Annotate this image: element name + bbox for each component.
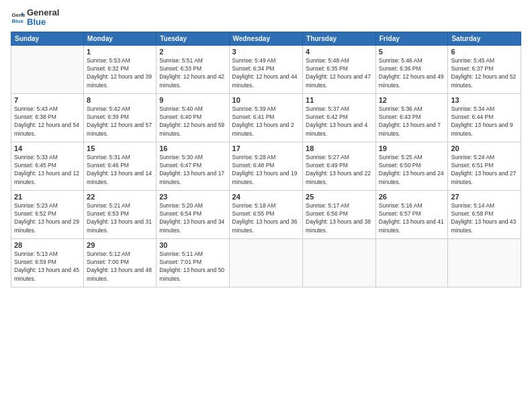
calendar-cell: 18Sunrise: 5:27 AM Sunset: 6:49 PM Dayli… xyxy=(303,142,376,190)
day-info: Sunrise: 5:34 AM Sunset: 6:44 PM Dayligh… xyxy=(451,105,518,138)
day-info: Sunrise: 5:42 AM Sunset: 6:39 PM Dayligh… xyxy=(87,105,153,138)
day-info: Sunrise: 5:25 AM Sunset: 6:50 PM Dayligh… xyxy=(379,153,445,186)
calendar-cell: 11Sunrise: 5:37 AM Sunset: 6:42 PM Dayli… xyxy=(303,93,376,142)
calendar-cell: 22Sunrise: 5:21 AM Sunset: 6:53 PM Dayli… xyxy=(84,190,157,238)
day-info: Sunrise: 5:31 AM Sunset: 6:46 PM Dayligh… xyxy=(87,153,153,186)
calendar-cell: 16Sunrise: 5:30 AM Sunset: 6:47 PM Dayli… xyxy=(157,142,229,190)
day-info: Sunrise: 5:24 AM Sunset: 6:51 PM Dayligh… xyxy=(451,153,518,186)
calendar-cell: 3Sunrise: 5:49 AM Sunset: 6:34 PM Daylig… xyxy=(229,45,302,93)
weekday-header-saturday: Saturday xyxy=(448,32,521,45)
calendar-cell: 25Sunrise: 5:17 AM Sunset: 6:56 PM Dayli… xyxy=(303,190,376,238)
day-number: 2 xyxy=(159,48,226,56)
day-number: 11 xyxy=(306,96,373,104)
day-info: Sunrise: 5:36 AM Sunset: 6:43 PM Dayligh… xyxy=(379,105,445,138)
calendar-cell xyxy=(303,238,376,287)
calendar-cell: 23Sunrise: 5:20 AM Sunset: 6:54 PM Dayli… xyxy=(157,190,229,238)
day-number: 6 xyxy=(451,48,518,56)
calendar-cell: 4Sunrise: 5:48 AM Sunset: 6:35 PM Daylig… xyxy=(303,45,376,93)
weekday-header-monday: Monday xyxy=(84,32,157,45)
calendar-cell: 10Sunrise: 5:39 AM Sunset: 6:41 PM Dayli… xyxy=(229,93,302,142)
day-info: Sunrise: 5:45 AM Sunset: 6:37 PM Dayligh… xyxy=(451,56,518,89)
calendar-cell: 30Sunrise: 5:11 AM Sunset: 7:01 PM Dayli… xyxy=(157,238,229,287)
calendar-table: SundayMondayTuesdayWednesdayThursdayFrid… xyxy=(11,32,521,287)
calendar-cell: 26Sunrise: 5:16 AM Sunset: 6:57 PM Dayli… xyxy=(375,190,448,238)
day-number: 13 xyxy=(451,96,518,104)
calendar-cell: 13Sunrise: 5:34 AM Sunset: 6:44 PM Dayli… xyxy=(448,93,521,142)
calendar-cell: 28Sunrise: 5:13 AM Sunset: 6:59 PM Dayli… xyxy=(11,238,84,287)
calendar-cell xyxy=(448,238,521,287)
day-number: 29 xyxy=(87,241,153,249)
calendar-cell: 27Sunrise: 5:14 AM Sunset: 6:58 PM Dayli… xyxy=(448,190,521,238)
day-number: 1 xyxy=(87,48,153,56)
day-number: 4 xyxy=(306,48,373,56)
calendar-cell: 12Sunrise: 5:36 AM Sunset: 6:43 PM Dayli… xyxy=(375,93,448,142)
day-info: Sunrise: 5:20 AM Sunset: 6:54 PM Dayligh… xyxy=(159,201,226,234)
day-info: Sunrise: 5:13 AM Sunset: 6:59 PM Dayligh… xyxy=(14,250,81,283)
day-info: Sunrise: 5:40 AM Sunset: 6:40 PM Dayligh… xyxy=(159,105,226,138)
day-info: Sunrise: 5:28 AM Sunset: 6:48 PM Dayligh… xyxy=(232,153,300,186)
logo: General Blue General Blue xyxy=(11,8,59,28)
day-info: Sunrise: 5:14 AM Sunset: 6:58 PM Dayligh… xyxy=(451,201,518,234)
logo-line2: Blue xyxy=(27,17,59,27)
day-info: Sunrise: 5:53 AM Sunset: 6:32 PM Dayligh… xyxy=(87,56,153,89)
day-number: 9 xyxy=(159,96,226,104)
day-info: Sunrise: 5:37 AM Sunset: 6:42 PM Dayligh… xyxy=(306,105,373,138)
calendar-cell: 20Sunrise: 5:24 AM Sunset: 6:51 PM Dayli… xyxy=(448,142,521,190)
day-number: 3 xyxy=(232,48,300,56)
calendar-cell: 5Sunrise: 5:46 AM Sunset: 6:36 PM Daylig… xyxy=(375,45,448,93)
day-number: 25 xyxy=(306,193,373,201)
day-number: 7 xyxy=(14,96,81,104)
calendar-cell xyxy=(11,45,84,93)
day-number: 19 xyxy=(379,144,445,152)
day-number: 8 xyxy=(87,96,153,104)
weekday-header-thursday: Thursday xyxy=(303,32,376,45)
day-info: Sunrise: 5:30 AM Sunset: 6:47 PM Dayligh… xyxy=(159,153,226,186)
day-number: 24 xyxy=(232,193,300,201)
day-info: Sunrise: 5:23 AM Sunset: 6:52 PM Dayligh… xyxy=(14,201,81,234)
day-info: Sunrise: 5:43 AM Sunset: 6:38 PM Dayligh… xyxy=(14,105,81,138)
day-info: Sunrise: 5:33 AM Sunset: 6:45 PM Dayligh… xyxy=(14,153,81,186)
calendar-cell: 14Sunrise: 5:33 AM Sunset: 6:45 PM Dayli… xyxy=(11,142,84,190)
calendar-cell: 6Sunrise: 5:45 AM Sunset: 6:37 PM Daylig… xyxy=(448,45,521,93)
calendar-cell: 1Sunrise: 5:53 AM Sunset: 6:32 PM Daylig… xyxy=(84,45,157,93)
day-info: Sunrise: 5:18 AM Sunset: 6:55 PM Dayligh… xyxy=(232,201,300,234)
day-number: 30 xyxy=(159,241,226,249)
weekday-header-wednesday: Wednesday xyxy=(229,32,302,45)
day-number: 28 xyxy=(14,241,81,249)
day-number: 17 xyxy=(232,144,300,152)
day-info: Sunrise: 5:11 AM Sunset: 7:01 PM Dayligh… xyxy=(159,250,226,283)
logo-line1: General xyxy=(27,8,59,17)
weekday-header-friday: Friday xyxy=(375,32,448,45)
day-number: 27 xyxy=(451,193,518,201)
day-number: 20 xyxy=(451,144,518,152)
day-info: Sunrise: 5:17 AM Sunset: 6:56 PM Dayligh… xyxy=(306,201,373,234)
weekday-header-sunday: Sunday xyxy=(11,32,84,45)
day-number: 23 xyxy=(159,193,226,201)
day-info: Sunrise: 5:12 AM Sunset: 7:00 PM Dayligh… xyxy=(87,250,153,283)
day-info: Sunrise: 5:48 AM Sunset: 6:35 PM Dayligh… xyxy=(306,56,373,89)
day-number: 26 xyxy=(379,193,445,201)
day-number: 22 xyxy=(87,193,153,201)
day-number: 18 xyxy=(306,144,373,152)
day-info: Sunrise: 5:16 AM Sunset: 6:57 PM Dayligh… xyxy=(379,201,445,234)
calendar-cell: 2Sunrise: 5:51 AM Sunset: 6:33 PM Daylig… xyxy=(157,45,229,93)
day-number: 14 xyxy=(14,144,81,152)
svg-text:Blue: Blue xyxy=(11,18,24,24)
day-number: 10 xyxy=(232,96,300,104)
day-number: 21 xyxy=(14,193,81,201)
calendar-cell xyxy=(375,238,448,287)
day-info: Sunrise: 5:51 AM Sunset: 6:33 PM Dayligh… xyxy=(159,56,226,89)
day-info: Sunrise: 5:21 AM Sunset: 6:53 PM Dayligh… xyxy=(87,201,153,234)
calendar-cell: 7Sunrise: 5:43 AM Sunset: 6:38 PM Daylig… xyxy=(11,93,84,142)
day-info: Sunrise: 5:27 AM Sunset: 6:49 PM Dayligh… xyxy=(306,153,373,186)
day-number: 15 xyxy=(87,144,153,152)
calendar-cell: 8Sunrise: 5:42 AM Sunset: 6:39 PM Daylig… xyxy=(84,93,157,142)
calendar-cell: 9Sunrise: 5:40 AM Sunset: 6:40 PM Daylig… xyxy=(157,93,229,142)
calendar-cell: 21Sunrise: 5:23 AM Sunset: 6:52 PM Dayli… xyxy=(11,190,84,238)
day-number: 16 xyxy=(159,144,226,152)
calendar-cell: 29Sunrise: 5:12 AM Sunset: 7:00 PM Dayli… xyxy=(84,238,157,287)
weekday-header-tuesday: Tuesday xyxy=(157,32,229,45)
calendar-cell: 17Sunrise: 5:28 AM Sunset: 6:48 PM Dayli… xyxy=(229,142,302,190)
day-info: Sunrise: 5:39 AM Sunset: 6:41 PM Dayligh… xyxy=(232,105,300,138)
day-number: 5 xyxy=(379,48,445,56)
